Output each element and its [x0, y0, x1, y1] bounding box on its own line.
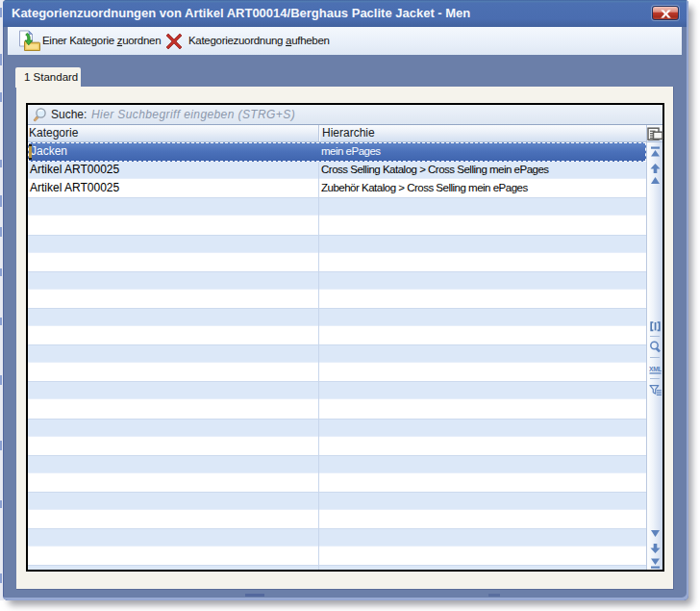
svg-text:XML: XML [649, 366, 662, 372]
